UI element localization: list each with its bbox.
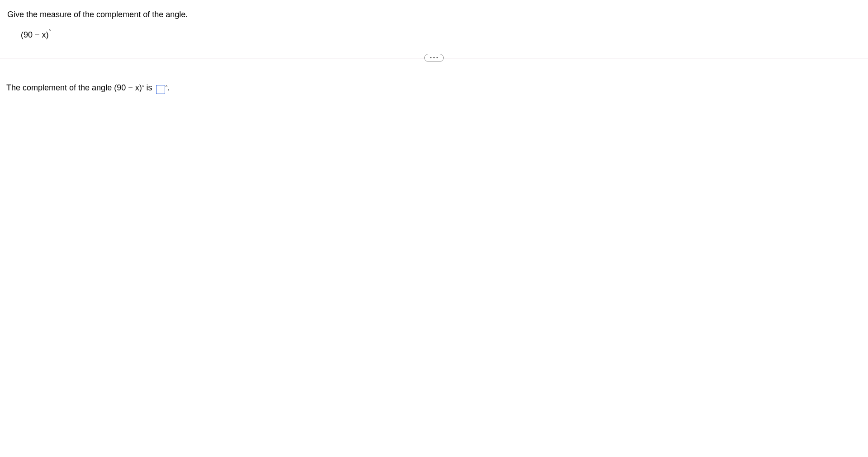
question-area: Give the measure of the complement of th…	[0, 0, 868, 53]
divider-line-left	[0, 58, 424, 58]
angle-open: (90	[21, 30, 35, 39]
answer-period: .	[167, 83, 170, 93]
section-divider	[0, 53, 868, 62]
answer-mid: x)	[133, 83, 142, 93]
divider-line-right	[444, 58, 868, 58]
answer-is: is	[144, 83, 154, 93]
answer-degree-1: °	[142, 85, 144, 91]
angle-close: x)	[40, 30, 49, 39]
answer-sentence: The complement of the angle (90 − x)° is…	[6, 83, 861, 93]
answer-area: The complement of the angle (90 − x)° is…	[0, 62, 868, 102]
answer-prefix: The complement of the angle (90	[6, 83, 128, 93]
answer-degree-2: °	[166, 85, 168, 91]
expand-button[interactable]	[424, 54, 444, 62]
angle-minus: −	[35, 30, 40, 39]
answer-input[interactable]	[156, 85, 165, 94]
degree-symbol: °	[49, 28, 51, 35]
ellipsis-icon	[430, 57, 438, 58]
given-angle: (90 − x)°	[21, 29, 861, 40]
answer-minus: −	[128, 83, 133, 93]
question-prompt: Give the measure of the complement of th…	[7, 9, 861, 20]
